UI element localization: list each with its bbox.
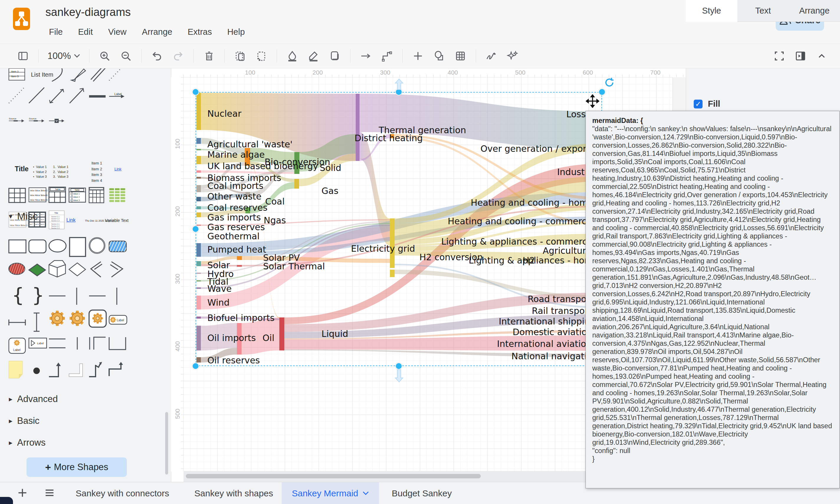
fullscreen-icon[interactable] bbox=[773, 50, 786, 62]
shape-gearlabel2[interactable]: Label bbox=[9, 338, 25, 354]
shape-arrowbend[interactable] bbox=[89, 362, 102, 377]
shape-greengrid[interactable] bbox=[109, 188, 125, 202]
zoom-select[interactable]: 100% bbox=[48, 51, 80, 61]
more-shapes-button[interactable]: +More Shapes bbox=[27, 457, 127, 477]
shape-swarrow[interactable] bbox=[71, 69, 86, 82]
shape-text[interactable]: Title bbox=[15, 165, 29, 173]
line-color-icon[interactable] bbox=[307, 50, 320, 62]
shapes-scrollbar[interactable] bbox=[165, 412, 168, 474]
shape-srcarrow[interactable]: Source bbox=[9, 117, 24, 122]
shape-text[interactable]: Item 2 bbox=[11, 70, 19, 73]
shape-diag[interactable] bbox=[29, 88, 44, 103]
shape-dotdiag[interactable] bbox=[9, 88, 24, 103]
shape-gear[interactable] bbox=[70, 311, 85, 326]
waypoints-icon[interactable] bbox=[381, 50, 393, 62]
section-arrows[interactable]: ▸Arrows bbox=[9, 437, 46, 448]
add-page-icon[interactable] bbox=[16, 486, 29, 499]
insert-icon[interactable] bbox=[412, 50, 424, 62]
redo-icon[interactable] bbox=[172, 50, 185, 62]
selection-handle[interactable] bbox=[598, 88, 606, 95]
page-tab-sankey-with-shapes[interactable]: Sankey with shapes bbox=[187, 482, 280, 504]
menu-help[interactable]: Help bbox=[227, 27, 245, 37]
shape-ellipse[interactable] bbox=[49, 240, 66, 252]
page-tab-budget-sankey[interactable]: Budget Sankey bbox=[383, 482, 460, 504]
shape-hibeam[interactable] bbox=[9, 320, 25, 325]
ai-sparkle-icon[interactable] bbox=[506, 50, 519, 62]
shape-curve[interactable] bbox=[52, 68, 62, 82]
format-panel-toggle-icon[interactable] bbox=[794, 50, 807, 62]
menu-file[interactable]: File bbox=[49, 27, 63, 37]
page-tab-sankey-mermaid[interactable]: Sankey Mermaid bbox=[282, 482, 379, 504]
insert-shape-icon[interactable] bbox=[433, 50, 446, 62]
menu-extras[interactable]: Extras bbox=[188, 27, 212, 37]
shape-lt[interactable] bbox=[91, 262, 102, 277]
fill-color-icon[interactable] bbox=[286, 50, 299, 62]
shape-rbrace[interactable]: } bbox=[32, 284, 44, 307]
shape-boxarrow[interactable] bbox=[49, 119, 64, 123]
canvas-horizontal-scrollbar[interactable] bbox=[186, 474, 481, 478]
paste-style-icon[interactable] bbox=[255, 50, 268, 62]
shape-cornerpair[interactable] bbox=[90, 337, 106, 349]
format-tab-text[interactable]: Text bbox=[737, 0, 789, 22]
section-misc[interactable]: ▾Misc bbox=[9, 211, 38, 222]
clone-up-arrow-icon[interactable] bbox=[395, 78, 403, 90]
shape-lshape[interactable] bbox=[69, 364, 83, 377]
section-basic[interactable]: ▸Basic bbox=[9, 416, 39, 426]
shape-valgrid[interactable]: Value 1Value 2Value 3Value 4Value 5Value… bbox=[29, 188, 48, 202]
shape-bluehatch[interactable] bbox=[106, 240, 130, 253]
section-advanced[interactable]: ▸Advanced bbox=[9, 394, 58, 404]
shape-gt[interactable] bbox=[110, 262, 123, 277]
connection-arrow-icon[interactable] bbox=[359, 50, 372, 62]
shape-round[interactable] bbox=[29, 240, 46, 253]
shape-diamond[interactable] bbox=[69, 263, 86, 276]
shape-titlegrid[interactable]: Table bbox=[49, 187, 66, 202]
shape-labelarrow[interactable]: Label bbox=[109, 93, 124, 98]
menu-arrange[interactable]: Arrange bbox=[142, 27, 172, 37]
delete-icon[interactable] bbox=[203, 50, 215, 62]
sidebar-toggle-icon[interactable] bbox=[17, 50, 30, 62]
shape-vibeam[interactable] bbox=[34, 313, 39, 331]
shape-square[interactable] bbox=[70, 237, 86, 256]
sketch-style-icon[interactable] bbox=[485, 50, 498, 62]
shape-dotdiag[interactable] bbox=[109, 68, 124, 80]
shape-rect[interactable] bbox=[9, 240, 26, 253]
shadow-icon[interactable] bbox=[328, 50, 341, 62]
format-tab-style[interactable]: Style bbox=[686, 0, 737, 22]
shape-srcarrow[interactable]: Source bbox=[29, 117, 44, 122]
shape-arrowup[interactable] bbox=[49, 362, 61, 377]
shape-text[interactable]: Variable Text bbox=[105, 218, 128, 223]
shape-circle[interactable] bbox=[89, 237, 105, 253]
copy-style-icon[interactable] bbox=[233, 50, 247, 62]
shape-text[interactable]: Link bbox=[66, 217, 75, 223]
collapse-toolbar-icon[interactable] bbox=[815, 50, 828, 62]
shape-dbllines[interactable] bbox=[49, 339, 66, 348]
shape-arrowbend2[interactable] bbox=[109, 362, 123, 376]
shape-diagarrow[interactable] bbox=[70, 88, 84, 103]
selection-handle[interactable] bbox=[192, 362, 199, 370]
shape-sectionbox[interactable]: TitleSection 1.1Section 1.2Section 1.3Se… bbox=[49, 211, 64, 229]
shape-grid3[interactable] bbox=[9, 188, 25, 202]
shape-dot[interactable] bbox=[33, 367, 40, 374]
shape-text[interactable]: Item 1 Item 2 Item 3 Item 4 bbox=[91, 160, 102, 183]
shape-gearbox[interactable] bbox=[89, 310, 106, 327]
menu-view[interactable]: View bbox=[108, 27, 126, 37]
fill-checkbox[interactable]: ✓ bbox=[694, 100, 703, 108]
insert-table-icon[interactable] bbox=[454, 50, 467, 62]
shape-playbox[interactable]: Label bbox=[29, 338, 47, 348]
selection-handle[interactable] bbox=[395, 362, 402, 370]
clone-down-arrow-icon[interactable] bbox=[395, 369, 403, 382]
shape-gear[interactable] bbox=[50, 311, 65, 326]
shape-note[interactable] bbox=[9, 361, 22, 378]
zoom-in-icon[interactable] bbox=[98, 50, 111, 62]
rotate-handle-icon[interactable] bbox=[603, 77, 615, 88]
shape-text[interactable]: Link bbox=[115, 167, 122, 171]
shape-cube[interactable] bbox=[49, 260, 66, 277]
selection-handle[interactable] bbox=[192, 88, 199, 95]
shape-greendiamond[interactable] bbox=[29, 264, 46, 276]
undo-icon[interactable] bbox=[151, 50, 163, 62]
shape-gearlabel[interactable]: Label bbox=[109, 316, 127, 324]
format-tab-arrange[interactable]: Arrange bbox=[789, 0, 840, 22]
shape-ushape[interactable] bbox=[109, 337, 126, 349]
shape-redellipse[interactable] bbox=[6, 262, 27, 275]
selection-rectangle[interactable] bbox=[195, 92, 602, 366]
